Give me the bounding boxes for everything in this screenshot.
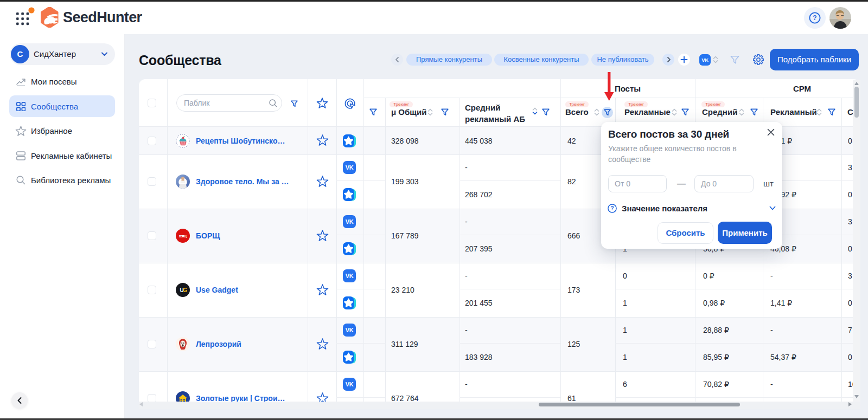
svg-text:?: ?	[813, 14, 816, 22]
svg-text:?: ?	[610, 205, 614, 211]
svg-text:БОРЩ: БОРЩ	[179, 234, 187, 238]
svg-text:G: G	[183, 287, 187, 293]
